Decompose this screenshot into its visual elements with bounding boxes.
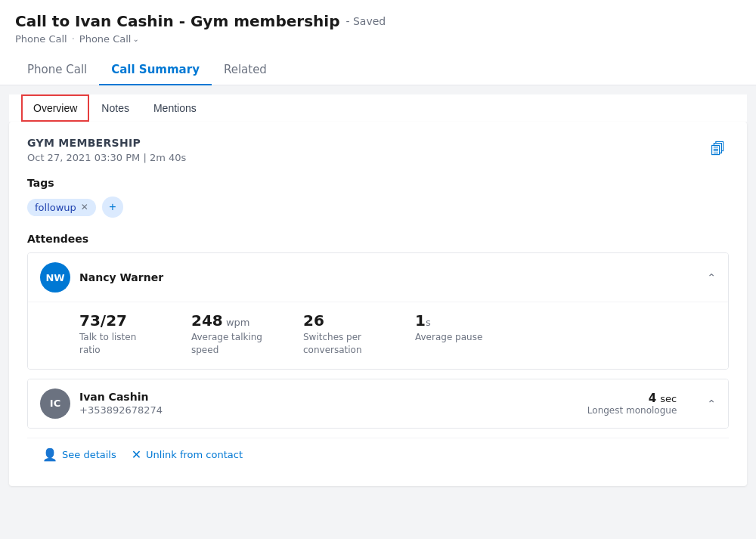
tags-label: Tags [27,177,729,189]
tags-row: followup ✕ + [27,197,729,218]
attendee-left-nw: NW Nancy Warner [40,262,163,293]
stats-row-nw: 73/27 Talk to listen ratio 248 wpm Avera… [28,302,728,369]
subtab-mentions[interactable]: Mentions [141,94,209,122]
stat-avg-pause: 1s Average pause [415,311,482,357]
stat-talk-listen: 73/27 Talk to listen ratio [79,311,155,357]
sub-tabs: Overview Notes Mentions [9,94,747,122]
tag-remove-icon[interactable]: ✕ [81,203,88,212]
tag-chip-followup: followup ✕ [27,199,96,216]
attendee-name-nw: Nancy Warner [79,271,163,283]
breadcrumb: Phone Call · Phone Call ⌄ [15,33,741,45]
details-icon: 👤 [42,447,57,462]
subtab-notes[interactable]: Notes [89,94,141,122]
breadcrumb-sep: · [72,33,75,45]
tab-phone-call[interactable]: Phone Call [15,55,99,85]
call-info-header: GYM MEMBERSHIP Oct 27, 2021 03:30 PM | 2… [27,137,729,163]
avatar-ic: IC [40,388,70,419]
attendee-right-nw: ⌃ [707,271,716,283]
unlink-contact-link[interactable]: ✕ Unlink from contact [132,447,243,462]
call-info-left: GYM MEMBERSHIP Oct 27, 2021 03:30 PM | 2… [27,137,186,163]
attendees-label: Attendees [27,233,729,245]
attendee-left-ic: IC Ivan Cashin +353892678274 [40,388,163,419]
attendee-header-ic[interactable]: IC Ivan Cashin +353892678274 4 sec Longe… [28,379,728,428]
actions-row: 👤 See details ✕ Unlink from contact [27,438,729,471]
page-wrapper: Call to Ivan Cashin - Gym membership - S… [0,0,756,551]
tags-section: Tags followup ✕ + [27,177,729,218]
collapse-icon-ic[interactable]: ⌃ [707,398,716,410]
saved-badge: - Saved [345,15,386,27]
see-details-label: See details [62,449,116,460]
main-tabs: Phone Call Call Summary Related [0,55,756,85]
stat-switches: 26 Switches per conversation [303,311,379,357]
content-area: Overview Notes Mentions GYM MEMBERSHIP O… [0,85,756,539]
call-meta: Oct 27, 2021 03:30 PM | 2m 40s [27,152,186,163]
call-card: GYM MEMBERSHIP Oct 27, 2021 03:30 PM | 2… [9,122,747,486]
monologue-info-ic: 4 sec Longest monologue [587,392,677,416]
chevron-down-icon: ⌄ [132,35,138,43]
tab-related[interactable]: Related [212,55,279,85]
unlink-icon: ✕ [132,447,141,462]
stat-avg-speed: 248 wpm Average talking speed [191,311,267,357]
attendee-header-nw[interactable]: NW Nancy Warner ⌃ [28,253,728,302]
page-header: Call to Ivan Cashin - Gym membership - S… [0,0,756,49]
attendee-right-ic: 4 sec Longest monologue ⌃ [587,392,716,416]
see-details-link[interactable]: 👤 See details [42,447,116,462]
attendee-row-nw: NW Nancy Warner ⌃ 73/27 Ta [27,252,729,370]
call-title: GYM MEMBERSHIP [27,137,186,149]
avatar-nw: NW [40,262,70,293]
page-title-text: Call to Ivan Cashin - Gym membership [15,12,339,30]
breadcrumb-phonecall2[interactable]: Phone Call ⌄ [79,33,139,45]
collapse-icon-nw[interactable]: ⌃ [707,271,716,283]
tag-chip-label: followup [35,202,76,213]
unlink-label: Unlink from contact [146,449,243,460]
add-tag-button[interactable]: + [102,197,123,218]
subtab-overview[interactable]: Overview [21,94,89,122]
attendee-info-ic: Ivan Cashin +353892678274 [79,391,163,416]
tab-call-summary[interactable]: Call Summary [99,55,212,85]
attendees-section: Attendees NW Nancy Warner ⌃ [27,233,729,429]
copy-icon[interactable]: 🗐 [708,137,729,161]
page-title-row: Call to Ivan Cashin - Gym membership - S… [15,12,741,30]
breadcrumb-phonecall1[interactable]: Phone Call [15,33,67,45]
attendee-row-ic: IC Ivan Cashin +353892678274 4 sec Longe… [27,379,729,429]
